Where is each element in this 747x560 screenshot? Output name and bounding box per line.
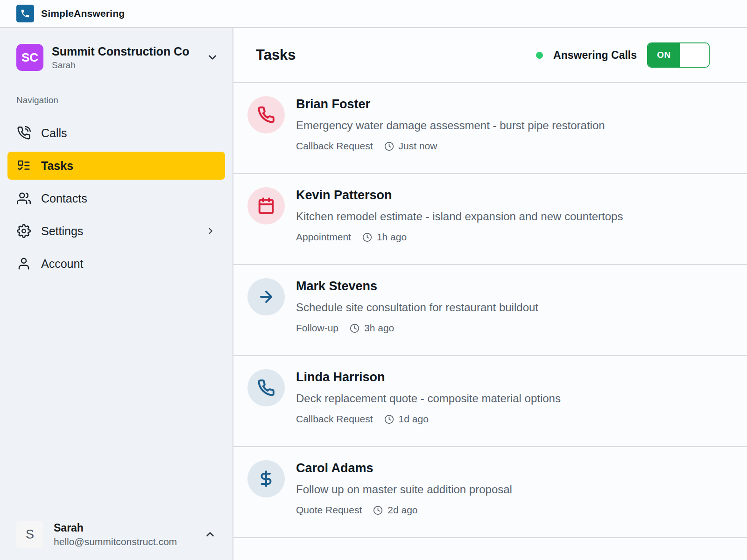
user-menu[interactable]: S Sarah hello@summitconstruct.com [0, 521, 233, 548]
task-time: Just now [399, 140, 437, 152]
clock-icon [362, 232, 372, 242]
app-window: SimpleAnswering SC Summit Construction C… [0, 0, 747, 560]
clock-icon [384, 414, 394, 424]
task-description: Emergency water damage assessment - burs… [296, 119, 605, 132]
task-time: 2d ago [388, 504, 417, 516]
clock-icon [384, 141, 394, 151]
answering-calls-label: Answering Calls [553, 49, 637, 62]
user-name: Sarah [54, 522, 194, 534]
checklist-icon [17, 159, 31, 173]
app-logo [16, 5, 34, 22]
task-row-partial [233, 538, 747, 560]
phone-call-icon [17, 126, 31, 140]
phone-icon [247, 96, 285, 133]
toggle-on-label: ON [648, 43, 680, 67]
task-row[interactable]: Brian Foster Emergency water damage asse… [233, 83, 747, 174]
task-row[interactable]: Kevin Patterson Kitchen remodel estimate… [233, 174, 747, 265]
task-contact-name: Carol Adams [296, 461, 512, 476]
page-title: Tasks [256, 47, 296, 63]
task-type-label: Callback Request [296, 413, 373, 425]
phone-icon [247, 369, 285, 406]
task-description: Schedule site consultation for restauran… [296, 301, 538, 314]
dollar-icon [247, 460, 285, 497]
topbar: SimpleAnswering [0, 0, 747, 28]
chevron-right-icon [205, 226, 216, 236]
chevron-up-icon [204, 528, 216, 540]
person-icon [17, 257, 31, 271]
task-row[interactable]: Carol Adams Follow up on master suite ad… [233, 447, 747, 538]
workspace-member: Sarah [52, 60, 198, 70]
task-time: 1d ago [399, 413, 429, 425]
clock-icon [373, 505, 383, 515]
app-name: SimpleAnswering [41, 8, 125, 19]
user-email: hello@summitconstruct.com [54, 536, 194, 547]
sidebar-item-tasks[interactable]: Tasks [7, 152, 225, 180]
task-type-label: Quote Request [296, 504, 362, 516]
sidebar-item-contacts[interactable]: Contacts [7, 184, 225, 212]
task-contact-name: Linda Harrison [296, 370, 561, 385]
task-type-label: Appointment [296, 231, 351, 243]
task-row[interactable]: Mark Stevens Schedule site consultation … [233, 265, 747, 356]
workspace-switcher[interactable]: SC Summit Construction Co Sarah [0, 28, 233, 71]
main-panel: Tasks Answering Calls ON [233, 28, 747, 560]
task-contact-name: Kevin Patterson [296, 188, 623, 203]
answering-calls-toggle[interactable]: ON [647, 42, 710, 68]
user-avatar: S [16, 521, 43, 548]
task-contact-name: Brian Foster [296, 97, 605, 112]
workspace-name: Summit Construction Co [52, 44, 198, 59]
task-description: Deck replacement quote - composite mater… [296, 392, 561, 405]
nav-list: Calls Tasks [0, 117, 233, 280]
phone-icon [20, 8, 30, 19]
workspace-avatar: SC [16, 44, 43, 71]
task-time: 3h ago [364, 322, 394, 334]
task-description: Kitchen remodel estimate - island expans… [296, 210, 623, 223]
status-dot [536, 52, 543, 59]
sidebar-item-account[interactable]: Account [7, 250, 225, 278]
sidebar-item-settings[interactable]: Settings [7, 217, 225, 245]
task-type-label: Follow-up [296, 322, 338, 334]
task-type-label: Callback Request [296, 140, 373, 152]
main-header: Tasks Answering Calls ON [233, 28, 747, 83]
sidebar-item-label: Calls [41, 126, 67, 140]
sidebar-item-label: Account [41, 257, 83, 271]
sidebar-item-label: Tasks [41, 159, 73, 173]
task-list: Brian Foster Emergency water damage asse… [233, 83, 747, 560]
clock-icon [350, 323, 359, 333]
task-description: Follow up on master suite addition propo… [296, 483, 512, 496]
sidebar-item-calls[interactable]: Calls [7, 119, 225, 147]
gear-icon [17, 224, 31, 238]
sidebar-item-label: Settings [41, 224, 83, 238]
task-time: 1h ago [377, 231, 407, 243]
sidebar-item-label: Contacts [41, 192, 87, 205]
sidebar: SC Summit Construction Co Sarah Navigati… [0, 28, 233, 560]
task-row[interactable]: Linda Harrison Deck replacement quote - … [233, 356, 747, 447]
contacts-icon [17, 191, 31, 205]
nav-section-label: Navigation [0, 95, 233, 105]
arrow-right-icon [247, 278, 285, 315]
calendar-icon [247, 187, 285, 224]
chevron-down-icon [206, 51, 218, 63]
task-contact-name: Mark Stevens [296, 279, 538, 294]
toggle-knob [680, 43, 709, 67]
